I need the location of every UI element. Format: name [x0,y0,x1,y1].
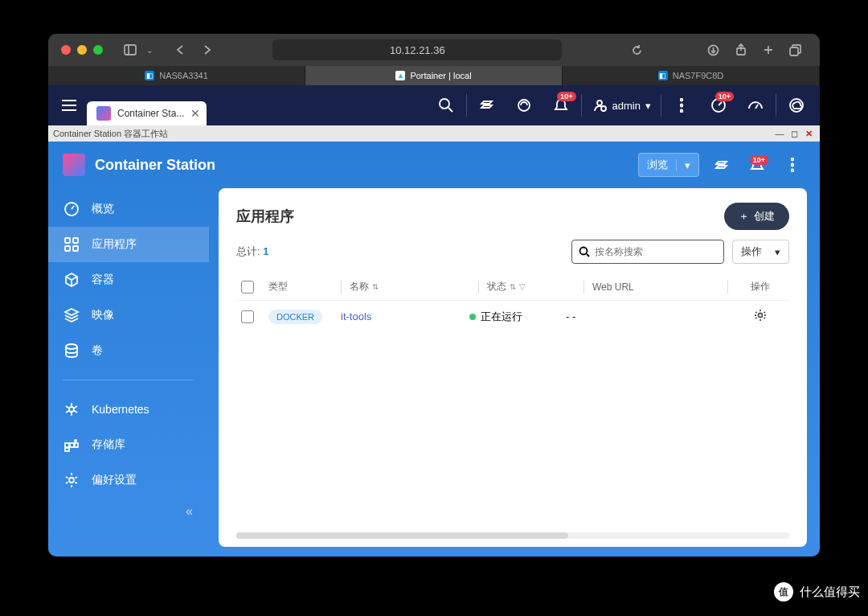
sidebar-item-kubernetes[interactable]: Kubernetes [48,392,209,427]
dashboard-button[interactable]: 10+ [702,88,735,122]
close-tab-button[interactable]: ✕ [190,107,200,120]
svg-rect-32 [73,246,78,251]
search-icon [579,246,590,257]
sidebar: 概览 应用程序 容器 映像 卷 [48,188,209,547]
total-label: 总计: 1 [236,244,268,259]
svg-line-41 [66,411,69,413]
browser-tab-3[interactable]: ◧ NAS7F9C8D [563,66,820,85]
create-button[interactable]: ＋ 创建 [724,203,789,230]
browser-tab-2[interactable]: ▲ Portainer | local [305,66,563,85]
svg-rect-29 [65,238,70,243]
collapse-sidebar-button[interactable]: « [48,498,209,525]
back-button[interactable] [169,39,191,60]
row-settings-button[interactable] [754,312,767,324]
search-input[interactable] [595,246,717,257]
sidebar-item-registry[interactable]: 存储库 [48,427,209,462]
svg-point-50 [759,314,763,318]
tab-label: NAS7F9C8D [673,71,724,80]
cube-icon [63,271,80,289]
search-box[interactable] [571,240,724,264]
database-icon [63,342,80,359]
cloud-button[interactable] [780,88,813,122]
browser-window: ⌄ 10.12.21.36 ◧ NAS6A3341 ▲ Portainer | … [48,34,820,556]
forward-button[interactable] [196,39,219,60]
window-close-button[interactable] [61,45,71,55]
svg-point-14 [518,100,530,111]
settings-icon [63,471,80,489]
svg-line-22 [755,105,758,109]
sidebar-item-overview[interactable]: 概览 [48,191,209,227]
url-bar[interactable]: 10.12.21.36 [272,39,562,60]
column-url[interactable]: Web URL [592,281,727,293]
more-button[interactable] [665,88,698,122]
new-tab-button[interactable] [757,39,780,60]
cs-more-button[interactable] [780,152,805,178]
svg-point-46 [74,439,77,442]
tabs-overview-button[interactable] [784,39,807,60]
status-cell: 正在运行 [469,310,566,324]
maximize-button[interactable]: ◻ [788,128,800,139]
filter-icon[interactable]: ▽ [519,282,526,291]
action-dropdown[interactable]: 操作 ▾ [732,240,789,264]
select-all-checkbox[interactable] [241,281,254,294]
sidebar-item-images[interactable]: 映像 [48,298,209,333]
horizontal-scrollbar[interactable] [236,532,789,539]
window-maximize-button[interactable] [93,45,103,55]
minimize-button[interactable]: — [773,128,786,139]
reload-button[interactable] [626,39,649,60]
sidebar-item-volumes[interactable]: 卷 [48,333,209,368]
close-button[interactable]: ✕ [802,128,815,139]
column-type[interactable]: 类型 [268,280,341,294]
scrollbar-thumb[interactable] [236,532,568,539]
alerts-button[interactable]: 10+ [744,152,770,178]
sidebar-item-applications[interactable]: 应用程序 [48,227,209,262]
downloads-button[interactable] [702,39,725,60]
traffic-lights [61,45,103,55]
window-minimize-button[interactable] [77,45,87,55]
volume-button[interactable] [470,88,504,122]
url-cell: - - [566,310,736,322]
background-task-button[interactable] [507,88,541,122]
watermark-icon: 值 [774,582,793,602]
cs-title: Container Station [95,157,628,174]
sidebar-item-containers[interactable]: 容器 [48,262,209,298]
search-button[interactable] [429,88,463,122]
svg-point-35 [69,407,74,412]
sidebar-item-label: Kubernetes [92,403,149,416]
sidebar-toggle-button[interactable] [119,39,141,60]
browser-tab-1[interactable]: ◧ NAS6A3341 [48,66,305,85]
type-badge: DOCKER [268,310,322,324]
svg-line-21 [719,102,722,105]
sidebar-item-preferences[interactable]: 偏好设置 [48,462,209,498]
svg-rect-42 [65,443,69,447]
apps-icon [63,236,80,253]
user-menu[interactable]: admin ▾ [585,97,657,113]
svg-point-18 [681,105,683,107]
sidebar-item-label: 概览 [92,202,114,216]
svg-point-25 [792,164,794,166]
svg-point-34 [66,344,77,349]
app-name-link[interactable]: it-tools [341,310,469,322]
column-name[interactable]: 名称⇅ [350,280,478,294]
svg-line-13 [448,108,452,112]
chevron-down-icon[interactable]: ⌄ [146,46,153,55]
column-status[interactable]: 状态⇅▽ [487,280,583,294]
sidebar-item-label: 存储库 [92,437,125,452]
app-tab-container-station[interactable]: Container Sta... ✕ [87,101,207,125]
panel-title: 应用程序 [236,207,294,226]
notifications-button[interactable]: 10+ [544,88,578,122]
column-action: 操作 [736,280,784,294]
events-button[interactable] [709,152,735,178]
row-checkbox[interactable] [241,310,254,323]
svg-line-28 [72,206,74,209]
browser-tabs: ◧ NAS6A3341 ▲ Portainer | local ◧ NAS7F9… [48,66,820,85]
browse-button[interactable]: 浏览 ▾ [638,153,699,177]
main-menu-button[interactable] [55,91,84,120]
admin-label: admin [612,100,641,112]
sort-icon: ⇅ [372,282,379,291]
watermark-text: 什么值得买 [800,585,860,600]
share-button[interactable] [730,39,752,60]
table-row[interactable]: DOCKER it-tools 正在运行 - - [236,301,789,332]
resource-monitor-button[interactable] [739,88,772,122]
browser-toolbar: ⌄ 10.12.21.36 [48,34,820,66]
